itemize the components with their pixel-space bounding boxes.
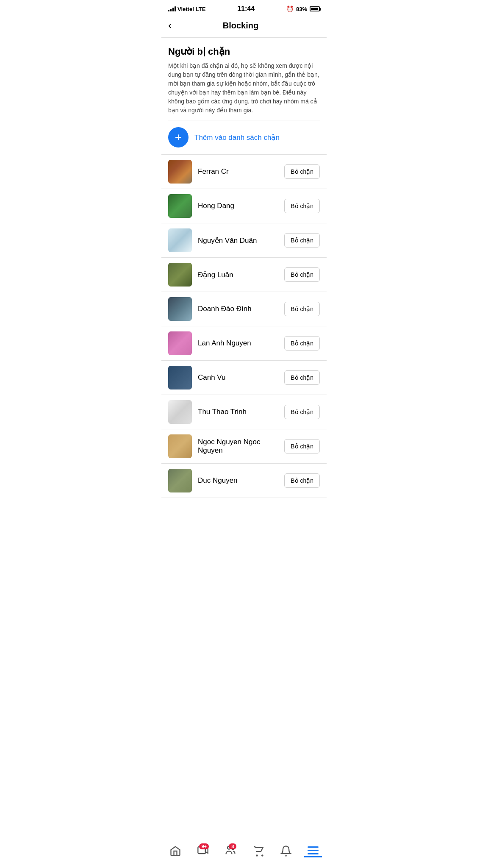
status-bar: Viettel LTE 11:44 ⏰ 83% [161,0,327,15]
header: ‹ Blocking [161,15,327,38]
blocked-item: Nguyễn Văn Duân Bỏ chặn [161,223,327,258]
blocked-item: Lan Anh Nguyen Bỏ chặn [161,326,327,361]
blocked-user-name: Doanh Đào Đình [198,305,284,313]
unblock-button[interactable]: Bỏ chặn [284,439,320,453]
blocked-user-name: Lan Anh Nguyen [198,339,284,348]
blocked-item: Doanh Đào Đình Bỏ chặn [161,292,327,326]
avatar [168,194,192,218]
unblock-button[interactable]: Bỏ chặn [284,199,320,213]
blocked-user-name: Duc Nguyen [198,476,284,485]
page-title: Blocking [178,21,303,31]
unblock-button[interactable]: Bỏ chặn [284,405,320,419]
unblock-button[interactable]: Bỏ chặn [284,336,320,351]
add-icon: + [168,127,189,147]
blocked-item: Thu Thao Trinh Bỏ chặn [161,395,327,429]
battery-icon [310,6,320,11]
avatar [168,160,192,184]
section-header: Người bị chặn Một khi bạn đã chặn ai đó,… [161,38,327,120]
avatar [168,297,192,321]
unblock-button[interactable]: Bỏ chặn [284,164,320,179]
blocked-item: Ferran Cr Bỏ chặn [161,155,327,189]
network-label: LTE [196,6,206,12]
avatar [168,366,192,389]
back-button[interactable]: ‹ [168,19,178,31]
blocked-user-name: Ferran Cr [198,167,284,176]
blocked-list: Ferran Cr Bỏ chặn Hong Dang Bỏ chặn Nguy… [161,155,327,498]
blocked-item: Canh Vu Bỏ chặn [161,361,327,395]
blocked-item: Hong Dang Bỏ chặn [161,189,327,223]
section-description: Một khi bạn đã chặn ai đó, họ sẽ không x… [168,61,320,115]
alarm-icon: ⏰ [286,6,294,12]
status-left: Viettel LTE [168,6,205,12]
add-label: Thêm vào danh sách chặn [194,133,280,142]
blocked-user-name: Đặng Luân [198,270,284,279]
blocked-item: Đặng Luân Bỏ chặn [161,258,327,292]
carrier-label: Viettel [177,6,194,12]
blocked-item: Ngoc Nguyen Ngoc Nguyen Bỏ chặn [161,429,327,464]
blocked-item: Duc Nguyen Bỏ chặn [161,464,327,498]
blocked-user-name: Thu Thao Trinh [198,408,284,416]
avatar [168,434,192,458]
avatar [168,331,192,355]
add-to-blocklist-row[interactable]: + Thêm vào danh sách chặn [161,120,327,155]
blocked-user-name: Hong Dang [198,202,284,210]
blocked-user-name: Ngoc Nguyen Ngoc Nguyen [198,438,284,455]
section-title: Người bị chặn [168,46,320,57]
avatar [168,228,192,252]
unblock-button[interactable]: Bỏ chặn [284,267,320,282]
blocked-user-name: Nguyễn Văn Duân [198,236,284,245]
unblock-button[interactable]: Bỏ chặn [284,370,320,385]
avatar [168,469,192,492]
signal-bars [168,6,176,11]
avatar [168,263,192,287]
status-right: ⏰ 83% [286,6,320,12]
unblock-button[interactable]: Bỏ chặn [284,473,320,488]
battery-percent: 83% [296,6,307,12]
time-label: 11:44 [237,5,255,13]
unblock-button[interactable]: Bỏ chặn [284,302,320,316]
avatar [168,400,192,424]
content-area: Người bị chặn Một khi bạn đã chặn ai đó,… [161,38,327,498]
unblock-button[interactable]: Bỏ chặn [284,233,320,248]
blocked-user-name: Canh Vu [198,373,284,382]
